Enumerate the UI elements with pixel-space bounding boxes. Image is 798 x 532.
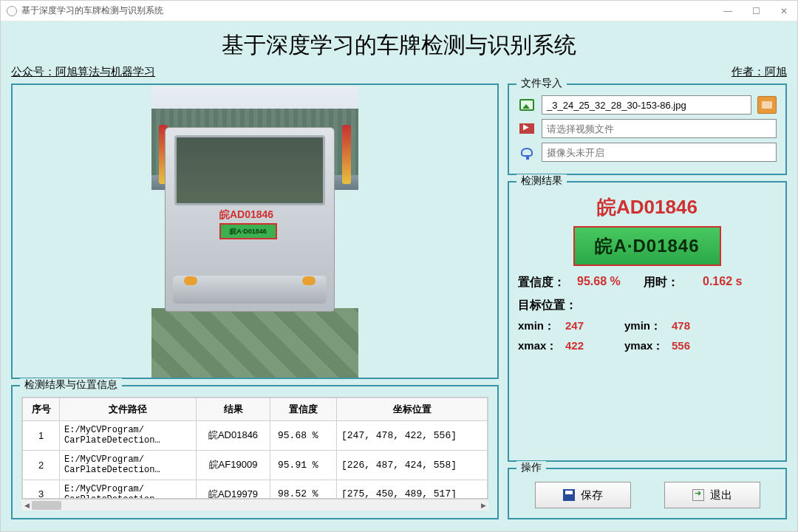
confidence-label: 置信度：	[518, 275, 577, 290]
scroll-right-icon[interactable]: ▶	[478, 499, 488, 511]
scroll-left-icon[interactable]: ◀	[21, 499, 32, 511]
video-path-input[interactable]	[542, 119, 777, 138]
image-path-input[interactable]	[542, 95, 751, 115]
col-conf: 置信度	[270, 398, 337, 421]
ymax-value: 556	[672, 339, 731, 353]
col-result: 结果	[197, 398, 270, 421]
titlebar: 基于深度学习的车牌检测与识别系统 — ☐ ✕	[1, 1, 797, 21]
result-legend: 检测结果	[516, 174, 567, 188]
cell-idx: 3	[23, 480, 60, 499]
camera-input[interactable]	[542, 143, 777, 162]
car-image: 皖AD01846 皖A·D01846	[151, 86, 358, 378]
ymin-label: ymin：	[624, 319, 672, 333]
client-area: 基于深度学习的车牌检测与识别系统 公众号：阿旭算法与机器学习 作者：阿旭	[1, 21, 797, 531]
subtitle-left: 公众号：阿旭算法与机器学习	[11, 65, 155, 79]
cell-result: 皖AD19979	[197, 480, 270, 499]
ops-legend: 操作	[516, 461, 546, 474]
xmax-value: 422	[565, 339, 624, 353]
time-label: 用时：	[644, 275, 703, 290]
cell-path: E:/MyCVProgram/CarPlateDetection…	[60, 480, 197, 499]
window-title: 基于深度学习的车牌检测与识别系统	[21, 4, 163, 17]
ymin-value: 478	[672, 319, 731, 333]
horizontal-scrollbar[interactable]: ◀ ▶	[21, 499, 488, 511]
xmin-value: 247	[565, 319, 624, 333]
exit-button[interactable]: 退出	[664, 482, 760, 508]
video-icon	[518, 120, 536, 137]
browse-image-button[interactable]	[757, 96, 777, 114]
save-button-label: 保存	[581, 488, 603, 502]
col-path: 文件路径	[60, 398, 197, 421]
confidence-value: 95.68 %	[577, 275, 644, 290]
camera-icon	[518, 144, 536, 160]
subtitle-right: 作者：阿旭	[732, 65, 787, 79]
ymax-label: ymax：	[624, 339, 672, 353]
save-icon	[563, 489, 575, 501]
results-table: 序号 文件路径 结果 置信度 坐标位置 1E:/MyCVProgram/CarP…	[22, 398, 488, 499]
cell-conf: 95.91 %	[270, 450, 337, 480]
table-row[interactable]: 1E:/MyCVProgram/CarPlateDetection…皖AD018…	[23, 421, 488, 451]
cell-conf: 95.68 %	[270, 421, 337, 451]
cell-result: 皖AD01846	[197, 421, 270, 451]
table-scroll[interactable]: 序号 文件路径 结果 置信度 坐标位置 1E:/MyCVProgram/CarP…	[21, 397, 488, 499]
page-title: 基于深度学习的车牌检测与识别系统	[11, 30, 787, 61]
image-preview-pane: 皖AD01846 皖A·D01846	[11, 83, 499, 379]
table-legend: 检测结果与位置信息	[20, 378, 122, 392]
cell-path: E:/MyCVProgram/CarPlateDetection…	[60, 450, 197, 480]
import-legend: 文件导入	[516, 77, 567, 90]
cell-result: 皖AF19009	[197, 450, 270, 480]
minimize-button[interactable]: —	[720, 4, 735, 18]
exit-icon	[692, 489, 704, 501]
table-row[interactable]: 3E:/MyCVProgram/CarPlateDetection…皖AD199…	[23, 480, 488, 499]
col-coord: 坐标位置	[337, 398, 488, 421]
plate-text-result: 皖AD01846	[518, 194, 777, 220]
cell-conf: 98.52 %	[270, 480, 337, 499]
image-icon	[518, 97, 536, 113]
position-label: 目标位置：	[518, 298, 777, 313]
file-import-group: 文件导入	[508, 83, 787, 175]
cell-coord: [275, 450, 489, 517]	[337, 480, 488, 499]
cell-path: E:/MyCVProgram/CarPlateDetection…	[60, 421, 197, 451]
operations-group: 操作 保存 退出	[508, 468, 787, 519]
detection-result-group: 检测结果 皖AD01846 皖A·D01846 置信度： 95.68 % 用时：…	[508, 181, 787, 462]
results-table-group: 检测结果与位置信息 序号 文件路径 结果 置信度 坐标位置	[11, 385, 499, 519]
cell-idx: 2	[23, 450, 60, 480]
save-button[interactable]: 保存	[535, 482, 631, 508]
app-window: 基于深度学习的车牌检测与识别系统 — ☐ ✕ 基于深度学习的车牌检测与识别系统 …	[0, 0, 798, 532]
app-icon	[7, 6, 17, 16]
plate-bounding-box: 皖A·D01846	[219, 223, 277, 239]
xmin-label: xmin：	[518, 319, 565, 333]
time-value: 0.162 s	[703, 275, 769, 290]
exit-button-label: 退出	[710, 488, 732, 502]
plate-crop-image: 皖A·D01846	[573, 226, 721, 266]
cell-idx: 1	[23, 421, 60, 451]
plate-overlay-label: 皖AD01846	[219, 208, 273, 222]
scroll-thumb[interactable]	[32, 501, 61, 510]
cell-coord: [247, 478, 422, 556]	[337, 421, 488, 451]
cell-coord: [226, 487, 424, 558]	[337, 450, 488, 480]
col-idx: 序号	[23, 398, 60, 421]
xmax-label: xmax：	[518, 339, 565, 353]
table-row[interactable]: 2E:/MyCVProgram/CarPlateDetection…皖AF190…	[23, 450, 488, 480]
close-button[interactable]: ✕	[777, 4, 791, 18]
maximize-button[interactable]: ☐	[748, 4, 763, 18]
